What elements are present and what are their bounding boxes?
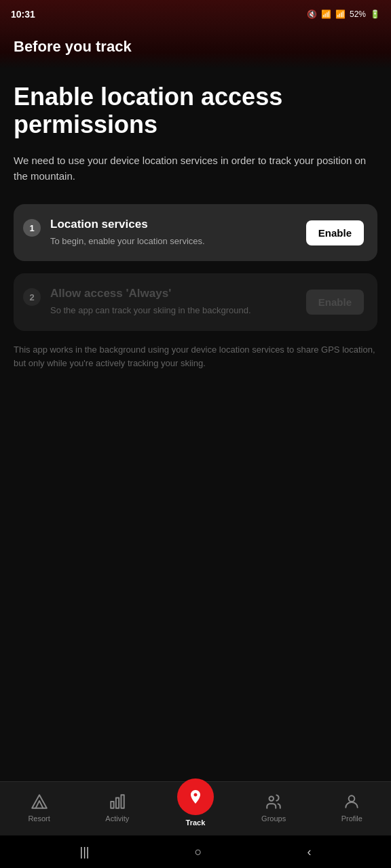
nav-label-activity: Activity [105,814,129,823]
step-card-1: 1 Location services To begin, enable you… [14,204,377,261]
footer-note: This app works in the background using y… [14,343,377,384]
android-recent-btn[interactable]: ||| [80,845,90,859]
main-heading: Enable location access permissions [14,83,377,139]
people-icon [264,792,283,811]
svg-point-4 [269,796,274,801]
enable-button-1[interactable]: Enable [306,220,364,245]
nav-item-track[interactable]: Track [172,788,219,827]
battery-text: 52% [350,9,366,19]
step-desc-2: So the app can track your skiing in the … [50,304,297,317]
svg-rect-1 [111,802,113,808]
enable-button-2: Enable [306,290,364,315]
step-body-2: Allow access 'Always' So the app can tra… [50,287,297,317]
battery-icon: 🔋 [370,9,380,19]
chart-icon [108,792,127,811]
bottom-nav: Resort Activity Track [0,781,391,835]
status-icons: 🔇 📶 📶 52% 🔋 [307,9,380,19]
track-circle [177,778,214,815]
svg-rect-2 [116,798,119,808]
nav-label-resort: Resort [28,814,50,823]
nav-item-activity[interactable]: Activity [94,792,141,823]
android-home-btn[interactable]: ○ [195,845,202,859]
wifi-icon: 📶 [321,9,331,19]
svg-rect-3 [121,795,124,808]
step-title-2: Allow access 'Always' [50,287,297,300]
step-card-2: 2 Allow access 'Always' So the app can t… [14,273,377,330]
mountain-icon [30,792,49,811]
nav-item-resort[interactable]: Resort [16,792,63,823]
main-content: Enable location access permissions We ne… [0,69,391,781]
status-time: 10:31 [11,9,35,20]
nav-label-groups: Groups [261,814,286,823]
step-title-1: Location services [50,218,297,231]
android-back-btn[interactable]: ‹ [307,845,311,859]
nav-label-profile: Profile [341,814,362,823]
header: Before you track [0,27,391,69]
step-number-2: 2 [23,288,41,306]
signal-icon: 📶 [335,9,346,19]
step-number-1: 1 [23,219,41,237]
mute-icon: 🔇 [307,9,317,19]
step-desc-1: To begin, enable your location services. [50,235,297,248]
page-title: Before you track [14,38,377,56]
nav-item-groups[interactable]: Groups [250,792,297,823]
nav-item-profile[interactable]: Profile [328,792,375,823]
status-bar: 10:31 🔇 📶 📶 52% 🔋 [0,0,391,27]
step-body-1: Location services To begin, enable your … [50,218,297,248]
android-nav: ||| ○ ‹ [0,835,391,868]
person-icon [342,792,361,811]
main-description: We need to use your device location serv… [14,153,377,184]
svg-point-5 [349,795,355,802]
nav-label-track: Track [186,818,206,827]
